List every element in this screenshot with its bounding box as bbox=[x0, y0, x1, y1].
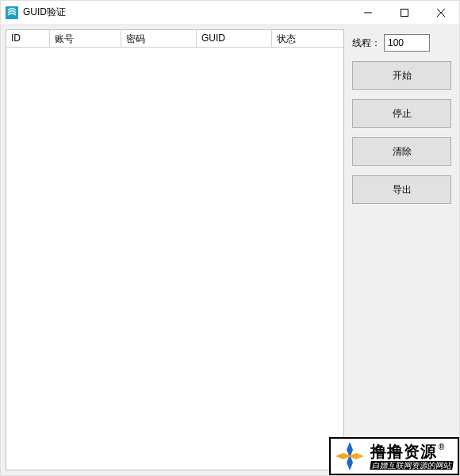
export-button[interactable]: 导出 bbox=[352, 175, 451, 204]
app-window: GUID验证 ID 账号 密码 GUID 状态 线程： bbox=[0, 0, 460, 476]
start-button[interactable]: 开始 bbox=[352, 61, 451, 90]
watermark-sub: 白嫖互联网资源的网站 bbox=[370, 461, 454, 470]
column-header-id[interactable]: ID bbox=[6, 30, 50, 47]
watermark-main: 撸撸资源 ® bbox=[370, 443, 453, 460]
watermark-main-text: 撸撸资源 bbox=[370, 443, 437, 460]
thread-label: 线程： bbox=[352, 36, 381, 50]
column-header-password[interactable]: 密码 bbox=[121, 30, 197, 47]
thread-input[interactable] bbox=[384, 34, 430, 52]
window-title: GUID验证 bbox=[23, 6, 66, 19]
column-header-guid[interactable]: GUID bbox=[197, 30, 272, 47]
titlebar: GUID验证 bbox=[1, 1, 459, 25]
svg-line-4 bbox=[437, 9, 445, 17]
thread-row: 线程： bbox=[352, 34, 451, 52]
client-area: ID 账号 密码 GUID 状态 线程： 开始 停止 清除 导出 bbox=[1, 25, 459, 475]
column-header-account[interactable]: 账号 bbox=[50, 30, 121, 47]
app-icon bbox=[6, 6, 18, 19]
data-table[interactable]: ID 账号 密码 GUID 状态 bbox=[6, 29, 344, 470]
stop-button[interactable]: 停止 bbox=[352, 99, 451, 128]
svg-line-3 bbox=[437, 9, 445, 17]
watermark-registered-icon: ® bbox=[439, 443, 445, 451]
close-button[interactable] bbox=[423, 1, 459, 25]
table-body[interactable] bbox=[6, 48, 343, 470]
table-header: ID 账号 密码 GUID 状态 bbox=[6, 30, 343, 48]
clear-button[interactable]: 清除 bbox=[352, 137, 451, 166]
watermark: 撸撸资源 ® 白嫖互联网资源的网站 bbox=[329, 437, 459, 475]
maximize-button[interactable] bbox=[386, 1, 423, 25]
svg-rect-2 bbox=[401, 9, 408, 16]
column-header-status[interactable]: 状态 bbox=[272, 30, 343, 47]
side-panel: 线程： 开始 停止 清除 导出 bbox=[344, 25, 459, 475]
minimize-button[interactable] bbox=[350, 1, 386, 25]
watermark-logo-icon bbox=[334, 440, 366, 472]
watermark-text: 撸撸资源 ® 白嫖互联网资源的网站 bbox=[370, 443, 453, 470]
